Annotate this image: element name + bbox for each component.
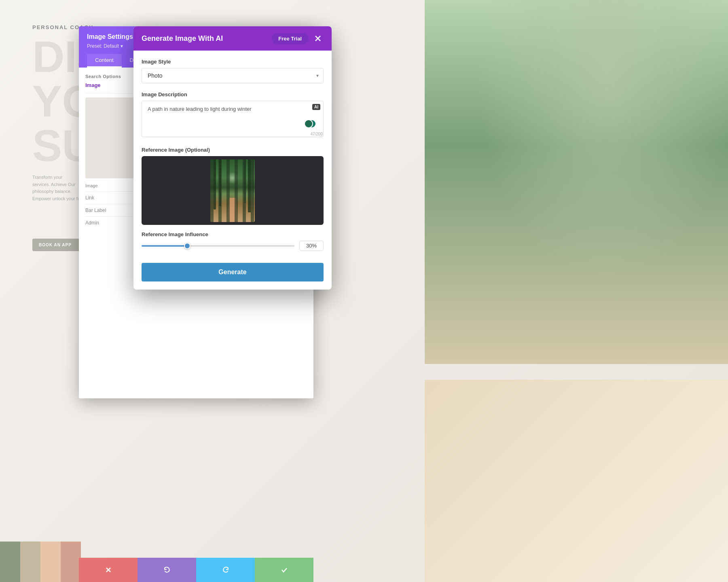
- tab-content[interactable]: Content: [87, 54, 122, 68]
- svg-line-14: [321, 136, 322, 138]
- modal-body: Image Style Photo Illustration Painting …: [133, 51, 332, 290]
- reference-image-preview: [210, 159, 255, 222]
- light-glow: [226, 172, 239, 184]
- image-style-select-wrapper: Photo Illustration Painting 3D Render Sk…: [142, 68, 324, 83]
- influence-section: Reference Image Influence 30%: [142, 231, 324, 251]
- ai-badge: AI: [312, 104, 320, 110]
- reference-image-label: Reference Image (Optional): [142, 147, 324, 153]
- color-swatches: [0, 542, 81, 582]
- slider-thumb[interactable]: [184, 243, 190, 249]
- bottom-strip: [425, 380, 728, 582]
- reference-image-container: [142, 156, 324, 225]
- tree-trunk-3: [248, 159, 251, 213]
- bottom-action-bar: [79, 558, 313, 582]
- swatch-3: [40, 542, 61, 582]
- tree-trunk-2: [219, 159, 221, 206]
- slider-track: [142, 245, 294, 247]
- image-style-select[interactable]: Photo Illustration Painting 3D Render Sk…: [142, 68, 324, 83]
- influence-row: 30%: [142, 241, 324, 251]
- swatch-2: [20, 542, 40, 582]
- tree-trunk-1: [214, 159, 216, 210]
- influence-label: Reference Image Influence: [142, 231, 324, 237]
- modal-header: Generate Image With AI Free Trial: [133, 26, 332, 51]
- forest-gradient: [210, 159, 255, 222]
- image-description-label: Image Description: [142, 91, 324, 97]
- tree-trunk-4: [244, 159, 246, 203]
- redo-button[interactable]: [196, 558, 255, 582]
- book-button[interactable]: BOOK AN APP: [32, 239, 81, 251]
- swatch-1: [0, 542, 20, 582]
- image-style-label: Image Style: [142, 59, 324, 65]
- modal-title: Generate Image With AI: [142, 34, 223, 43]
- confirm-button[interactable]: [255, 558, 313, 582]
- cancel-button[interactable]: [79, 558, 138, 582]
- close-icon[interactable]: [312, 33, 324, 44]
- free-trial-badge[interactable]: Free Trial: [272, 33, 308, 44]
- modal-header-right: Free Trial: [272, 33, 324, 44]
- generate-button[interactable]: Generate: [142, 263, 324, 281]
- description-area-wrapper: A path in nature leading to light during…: [142, 101, 324, 139]
- undo-button[interactable]: [138, 558, 196, 582]
- generate-image-modal: Generate Image With AI Free Trial Image …: [133, 26, 332, 290]
- influence-value: 30%: [299, 241, 324, 251]
- svg-line-13: [319, 135, 322, 138]
- avatar-1: [304, 119, 313, 128]
- image-description-input[interactable]: A path in nature leading to light during…: [142, 101, 324, 137]
- slider-fill: [142, 245, 187, 247]
- forest-background-image: [425, 0, 728, 364]
- path-element: [228, 198, 238, 222]
- resize-handle-icon[interactable]: [318, 133, 323, 138]
- panel-title: Image Settings: [87, 33, 133, 40]
- swatch-4: [61, 542, 81, 582]
- body-text: Transform your services. Achieve Our phi…: [32, 174, 81, 202]
